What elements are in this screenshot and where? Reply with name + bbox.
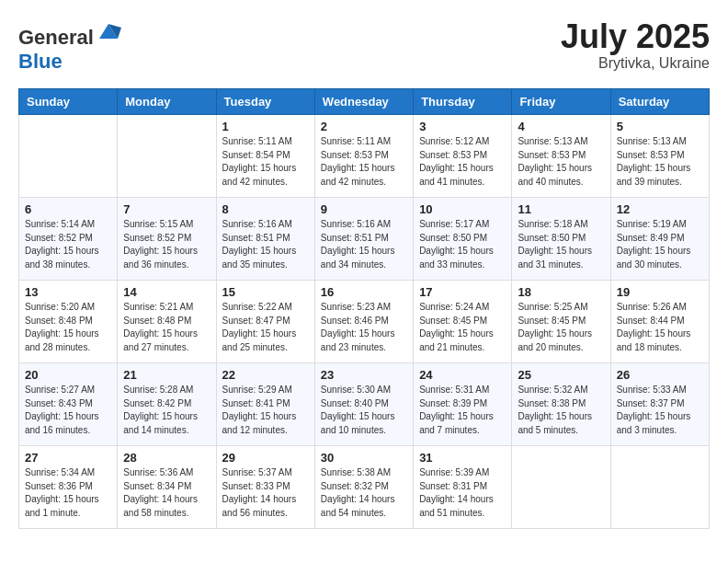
calendar-day-cell: 4Sunrise: 5:13 AM Sunset: 8:53 PM Daylig… <box>512 115 610 198</box>
day-detail: Sunrise: 5:13 AM Sunset: 8:53 PM Dayligh… <box>518 135 604 189</box>
weekday-header: Friday <box>512 89 610 115</box>
day-number: 13 <box>25 285 111 299</box>
day-number: 25 <box>518 368 604 382</box>
day-detail: Sunrise: 5:39 AM Sunset: 8:31 PM Dayligh… <box>419 466 506 520</box>
day-number: 10 <box>419 202 506 216</box>
day-number: 9 <box>321 202 407 216</box>
day-number: 17 <box>419 285 506 299</box>
day-number: 20 <box>25 368 111 382</box>
day-detail: Sunrise: 5:22 AM Sunset: 8:47 PM Dayligh… <box>222 301 309 354</box>
day-number: 26 <box>617 368 703 382</box>
calendar-day-cell: 24Sunrise: 5:31 AM Sunset: 8:39 PM Dayli… <box>414 363 512 446</box>
calendar-day-cell: 18Sunrise: 5:25 AM Sunset: 8:45 PM Dayli… <box>512 281 610 363</box>
day-detail: Sunrise: 5:37 AM Sunset: 8:33 PM Dayligh… <box>222 466 309 520</box>
title-block: July 2025 Brytivka, Ukraine <box>561 18 710 72</box>
day-detail: Sunrise: 5:16 AM Sunset: 8:51 PM Dayligh… <box>321 218 407 271</box>
day-detail: Sunrise: 5:21 AM Sunset: 8:48 PM Dayligh… <box>123 301 210 354</box>
day-detail: Sunrise: 5:33 AM Sunset: 8:37 PM Dayligh… <box>617 384 703 437</box>
calendar-day-cell: 8Sunrise: 5:16 AM Sunset: 8:51 PM Daylig… <box>216 198 314 281</box>
day-detail: Sunrise: 5:28 AM Sunset: 8:42 PM Dayligh… <box>123 384 210 437</box>
calendar-day-cell: 10Sunrise: 5:17 AM Sunset: 8:50 PM Dayli… <box>414 198 512 281</box>
day-detail: Sunrise: 5:19 AM Sunset: 8:49 PM Dayligh… <box>617 218 703 271</box>
day-detail: Sunrise: 5:25 AM Sunset: 8:45 PM Dayligh… <box>518 301 604 354</box>
day-detail: Sunrise: 5:15 AM Sunset: 8:52 PM Dayligh… <box>123 218 210 271</box>
day-detail: Sunrise: 5:36 AM Sunset: 8:34 PM Dayligh… <box>123 466 210 520</box>
day-detail: Sunrise: 5:34 AM Sunset: 8:36 PM Dayligh… <box>25 466 111 520</box>
day-number: 27 <box>25 451 111 465</box>
weekday-header: Tuesday <box>216 89 314 115</box>
day-number: 23 <box>321 368 407 382</box>
calendar-table: SundayMondayTuesdayWednesdayThursdayFrid… <box>18 88 710 529</box>
day-detail: Sunrise: 5:29 AM Sunset: 8:41 PM Dayligh… <box>222 384 309 437</box>
calendar-day-cell: 15Sunrise: 5:22 AM Sunset: 8:47 PM Dayli… <box>216 281 314 363</box>
calendar-day-cell: 12Sunrise: 5:19 AM Sunset: 8:49 PM Dayli… <box>610 198 709 281</box>
calendar-header-row: SundayMondayTuesdayWednesdayThursdayFrid… <box>19 89 710 115</box>
day-detail: Sunrise: 5:16 AM Sunset: 8:51 PM Dayligh… <box>222 218 309 271</box>
calendar-day-cell: 1Sunrise: 5:11 AM Sunset: 8:54 PM Daylig… <box>216 115 314 198</box>
day-detail: Sunrise: 5:31 AM Sunset: 8:39 PM Dayligh… <box>419 384 506 437</box>
calendar-day-cell <box>610 446 709 529</box>
day-detail: Sunrise: 5:14 AM Sunset: 8:52 PM Dayligh… <box>25 218 111 271</box>
calendar-day-cell: 11Sunrise: 5:18 AM Sunset: 8:50 PM Dayli… <box>512 198 610 281</box>
weekday-header: Sunday <box>19 89 118 115</box>
calendar-week-row: 27Sunrise: 5:34 AM Sunset: 8:36 PM Dayli… <box>19 446 710 529</box>
day-detail: Sunrise: 5:18 AM Sunset: 8:50 PM Dayligh… <box>518 218 604 271</box>
day-number: 1 <box>222 120 309 133</box>
calendar-day-cell: 29Sunrise: 5:37 AM Sunset: 8:33 PM Dayli… <box>216 446 314 529</box>
calendar-day-cell: 30Sunrise: 5:38 AM Sunset: 8:32 PM Dayli… <box>314 446 413 529</box>
calendar-day-cell: 6Sunrise: 5:14 AM Sunset: 8:52 PM Daylig… <box>19 198 118 281</box>
calendar-week-row: 6Sunrise: 5:14 AM Sunset: 8:52 PM Daylig… <box>19 198 710 281</box>
calendar-day-cell <box>512 446 610 529</box>
calendar-day-cell: 19Sunrise: 5:26 AM Sunset: 8:44 PM Dayli… <box>610 281 709 363</box>
weekday-header: Thursday <box>414 89 512 115</box>
logo: General Blue <box>18 18 121 74</box>
day-detail: Sunrise: 5:38 AM Sunset: 8:32 PM Dayligh… <box>321 466 407 520</box>
calendar-day-cell: 16Sunrise: 5:23 AM Sunset: 8:46 PM Dayli… <box>314 281 413 363</box>
calendar-location: Brytivka, Ukraine <box>561 55 710 72</box>
weekday-header: Saturday <box>610 89 709 115</box>
calendar-day-cell: 31Sunrise: 5:39 AM Sunset: 8:31 PM Dayli… <box>414 446 512 529</box>
calendar-day-cell: 22Sunrise: 5:29 AM Sunset: 8:41 PM Dayli… <box>216 363 314 446</box>
calendar-day-cell: 17Sunrise: 5:24 AM Sunset: 8:45 PM Dayli… <box>414 281 512 363</box>
day-number: 5 <box>617 120 703 133</box>
calendar-day-cell: 23Sunrise: 5:30 AM Sunset: 8:40 PM Dayli… <box>314 363 413 446</box>
calendar-day-cell <box>19 115 118 198</box>
day-number: 6 <box>25 202 111 216</box>
calendar-day-cell: 3Sunrise: 5:12 AM Sunset: 8:53 PM Daylig… <box>414 115 512 198</box>
day-number: 28 <box>123 451 210 465</box>
day-detail: Sunrise: 5:17 AM Sunset: 8:50 PM Dayligh… <box>419 218 506 271</box>
day-number: 16 <box>321 285 407 299</box>
day-number: 2 <box>321 120 407 133</box>
calendar-day-cell <box>118 115 216 198</box>
day-number: 19 <box>617 285 703 299</box>
logo-icon <box>96 18 121 44</box>
day-number: 31 <box>419 451 506 465</box>
day-number: 15 <box>222 285 309 299</box>
day-number: 11 <box>518 202 604 216</box>
day-number: 3 <box>419 120 506 133</box>
calendar-day-cell: 27Sunrise: 5:34 AM Sunset: 8:36 PM Dayli… <box>19 446 118 529</box>
day-detail: Sunrise: 5:12 AM Sunset: 8:53 PM Dayligh… <box>419 135 506 189</box>
calendar-day-cell: 26Sunrise: 5:33 AM Sunset: 8:37 PM Dayli… <box>610 363 709 446</box>
calendar-day-cell: 20Sunrise: 5:27 AM Sunset: 8:43 PM Dayli… <box>19 363 118 446</box>
logo-text: General Blue <box>18 18 121 74</box>
day-detail: Sunrise: 5:11 AM Sunset: 8:54 PM Dayligh… <box>222 135 309 189</box>
calendar-day-cell: 21Sunrise: 5:28 AM Sunset: 8:42 PM Dayli… <box>118 363 216 446</box>
calendar-title: July 2025 <box>561 18 710 55</box>
day-number: 8 <box>222 202 309 216</box>
weekday-header: Monday <box>118 89 216 115</box>
calendar-day-cell: 25Sunrise: 5:32 AM Sunset: 8:38 PM Dayli… <box>512 363 610 446</box>
day-number: 12 <box>617 202 703 216</box>
calendar-day-cell: 5Sunrise: 5:13 AM Sunset: 8:53 PM Daylig… <box>610 115 709 198</box>
logo-general: General <box>18 26 94 49</box>
day-number: 7 <box>123 202 210 216</box>
calendar-day-cell: 14Sunrise: 5:21 AM Sunset: 8:48 PM Dayli… <box>118 281 216 363</box>
weekday-header: Wednesday <box>314 89 413 115</box>
calendar-day-cell: 7Sunrise: 5:15 AM Sunset: 8:52 PM Daylig… <box>118 198 216 281</box>
calendar-week-row: 20Sunrise: 5:27 AM Sunset: 8:43 PM Dayli… <box>19 363 710 446</box>
page-header: General Blue July 2025 Brytivka, Ukraine <box>18 18 710 74</box>
day-detail: Sunrise: 5:20 AM Sunset: 8:48 PM Dayligh… <box>25 301 111 354</box>
day-number: 30 <box>321 451 407 465</box>
calendar-day-cell: 13Sunrise: 5:20 AM Sunset: 8:48 PM Dayli… <box>19 281 118 363</box>
day-number: 24 <box>419 368 506 382</box>
